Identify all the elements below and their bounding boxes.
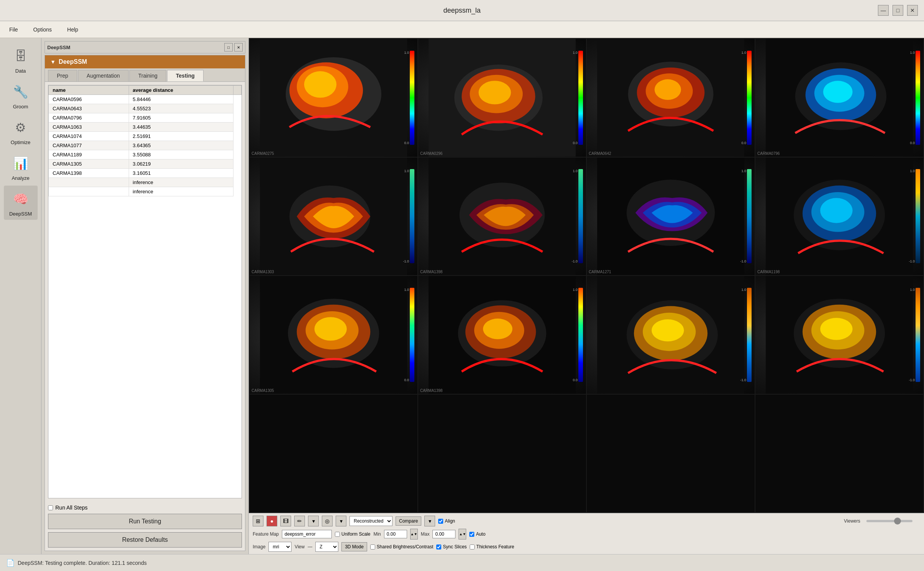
grid-icon-btn[interactable]: ⊞ <box>253 516 263 526</box>
tab-augmentation[interactable]: Augmentation <box>78 70 129 81</box>
record-icon-btn[interactable]: ● <box>267 516 277 526</box>
table-row[interactable]: inference <box>49 178 242 187</box>
panel-restore-btn[interactable]: □ <box>224 43 233 51</box>
mode-3d-button[interactable]: 3D Mode <box>341 542 367 551</box>
table-row[interactable]: CARMA06434.55523 <box>49 104 242 113</box>
compare-button[interactable]: Compare <box>396 516 421 526</box>
grid-cell[interactable]: 1.00.0CARMA1398 <box>418 276 586 394</box>
sidebar-item-optimize[interactable]: ⚙ Optimize <box>4 114 38 148</box>
feature-map-input[interactable] <box>282 530 332 538</box>
min-spin-icon[interactable]: ▲▼ <box>410 529 418 539</box>
sidebar-label-groom: Groom <box>13 104 28 110</box>
menu-file[interactable]: File <box>6 25 21 34</box>
sync-slices-checkbox[interactable] <box>436 544 441 549</box>
table-row[interactable]: CARMA13053.06219 <box>49 159 242 169</box>
col-header-distance: average distance <box>129 86 233 95</box>
sidebar-item-analyze[interactable]: 📊 Analyze <box>4 150 38 184</box>
deepssm-panel: ▼ DeepSSM Prep Augmentation Training Tes… <box>45 55 245 551</box>
run-all-steps-checkbox-label[interactable]: Run All Steps <box>48 505 88 511</box>
restore-defaults-button[interactable]: Restore Defaults <box>48 532 242 548</box>
min-input[interactable] <box>384 530 407 538</box>
table-row[interactable]: CARMA05965.84446 <box>49 95 242 104</box>
grid-cell-label: CARMA0275 <box>252 151 274 156</box>
table-cell-name <box>49 187 129 196</box>
grid-cell-label: CARMA1305 <box>252 388 274 393</box>
tab-testing[interactable]: Testing <box>167 70 204 81</box>
minimize-button[interactable]: — <box>878 5 889 16</box>
thickness-feature-checkbox[interactable] <box>470 544 475 549</box>
grid-cell[interactable]: 1.0-1.0CARMA1271 <box>587 158 755 276</box>
table-row[interactable]: CARMA11893.55088 <box>49 150 242 159</box>
grid-cell[interactable]: 1.00.0CARMA0275 <box>250 39 417 157</box>
table-row[interactable]: inference <box>49 187 242 196</box>
grid-cell[interactable]: 1.0-1.0 <box>755 276 923 394</box>
grid-cell[interactable]: 1.00.0CARMA1305 <box>250 276 417 394</box>
grid-cell[interactable] <box>418 395 586 513</box>
menu-help[interactable]: Help <box>64 25 81 34</box>
grid-cell[interactable] <box>587 395 755 513</box>
uniform-scale-checkbox[interactable] <box>335 532 340 537</box>
panel-close-btn[interactable]: ✕ <box>234 43 243 51</box>
sidebar-item-groom[interactable]: 🔧 Groom <box>4 78 38 113</box>
window-controls[interactable]: — □ ✕ <box>878 5 918 16</box>
shared-brightness-checkbox-label[interactable]: Shared Brightness/Contrast <box>370 544 433 549</box>
tab-prep[interactable]: Prep <box>48 70 77 81</box>
tabs-bar: Prep Augmentation Training Testing <box>45 68 245 82</box>
view-axis-dropdown[interactable]: X Y Z <box>315 542 338 552</box>
optimize-icon: ⚙ <box>10 117 31 138</box>
toolbar-row-1: ⊞ ● 🎞 ✏ ▾ ◎ ▾ Reconstructed Original Gro… <box>253 516 920 526</box>
sidebar-item-data[interactable]: 🗄 Data <box>4 43 38 77</box>
grid-cell[interactable]: 1.0-1.0CARMA1303 <box>250 158 417 276</box>
table-cell-name: CARMA1189 <box>49 150 129 159</box>
reconstructed-dropdown[interactable]: Reconstructed Original Groomed <box>349 516 392 526</box>
table-cell-distance: 3.06219 <box>129 159 233 169</box>
grid-cell[interactable]: 1.0-1.0 <box>587 276 755 394</box>
run-all-steps-checkbox[interactable] <box>48 505 53 510</box>
table-row[interactable]: CARMA10773.64365 <box>49 141 242 150</box>
thickness-feature-checkbox-label[interactable]: Thickness Feature <box>470 544 514 549</box>
close-button[interactable]: ✕ <box>907 5 918 16</box>
film-icon-btn[interactable]: 🎞 <box>280 516 291 526</box>
image-dropdown[interactable]: mri ct <box>268 542 291 552</box>
max-spin-icon[interactable]: ▲▼ <box>459 529 466 539</box>
grid-cell[interactable] <box>250 395 417 513</box>
shared-brightness-checkbox[interactable] <box>370 544 375 549</box>
grid-cell[interactable]: 1.00.0CARMA0296 <box>418 39 586 157</box>
main-container: 🗄 Data 🔧 Groom ⚙ Optimize 📊 Analyze 🧠 De… <box>0 38 924 554</box>
uniform-scale-checkbox-label[interactable]: Uniform Scale <box>335 531 370 537</box>
tab-training[interactable]: Training <box>129 70 166 81</box>
menu-options[interactable]: Options <box>30 25 55 34</box>
align-checkbox[interactable] <box>438 519 443 524</box>
auto-checkbox[interactable] <box>469 532 474 537</box>
grid-cell[interactable] <box>755 395 923 513</box>
table-cell-name: CARMA1305 <box>49 159 129 169</box>
chevron2-down-icon-btn[interactable]: ▾ <box>336 516 346 526</box>
grid-cell[interactable]: 1.0-1.0CARMA1198 <box>755 158 923 276</box>
shape-icon-btn[interactable]: ◎ <box>322 516 333 526</box>
colormap-bar <box>916 288 920 382</box>
max-input[interactable] <box>432 530 455 538</box>
run-testing-button[interactable]: Run Testing <box>48 514 242 529</box>
grid-cell[interactable]: 1.00.0CARMA0642 <box>587 39 755 157</box>
table-row[interactable]: CARMA07967.91605 <box>49 113 242 123</box>
svg-point-50 <box>820 318 853 340</box>
viewers-slider-thumb[interactable] <box>894 518 901 525</box>
table-row[interactable]: CARMA13983.16051 <box>49 169 242 178</box>
auto-checkbox-label[interactable]: Auto <box>469 531 485 537</box>
brush-icon-btn[interactable]: ✏ <box>294 516 305 526</box>
chevron-down-icon-btn[interactable]: ▾ <box>308 516 319 526</box>
table-row[interactable]: CARMA10742.51691 <box>49 132 242 141</box>
sidebar-item-deepssm[interactable]: 🧠 DeepSSM <box>4 186 38 220</box>
sync-slices-checkbox-label[interactable]: Sync Slices <box>436 544 467 549</box>
grid-cell[interactable]: 1.00.0CARMA0796 <box>755 39 923 157</box>
table-cell-name: CARMA0596 <box>49 95 129 104</box>
panel-title-icons: □ ✕ <box>224 43 243 51</box>
maximize-button[interactable]: □ <box>893 5 903 16</box>
compare-chevron-icon[interactable]: ▾ <box>424 516 435 526</box>
table-row[interactable]: CARMA10633.44635 <box>49 123 242 132</box>
viewers-slider-track <box>866 520 912 522</box>
grid-cell[interactable]: 1.0-1.0CARMA1398 <box>418 158 586 276</box>
sidebar-label-analyze: Analyze <box>12 175 29 181</box>
align-checkbox-label[interactable]: Align <box>438 518 455 524</box>
data-table-container[interactable]: name average distance CARMA05965.84446CA… <box>48 85 242 498</box>
